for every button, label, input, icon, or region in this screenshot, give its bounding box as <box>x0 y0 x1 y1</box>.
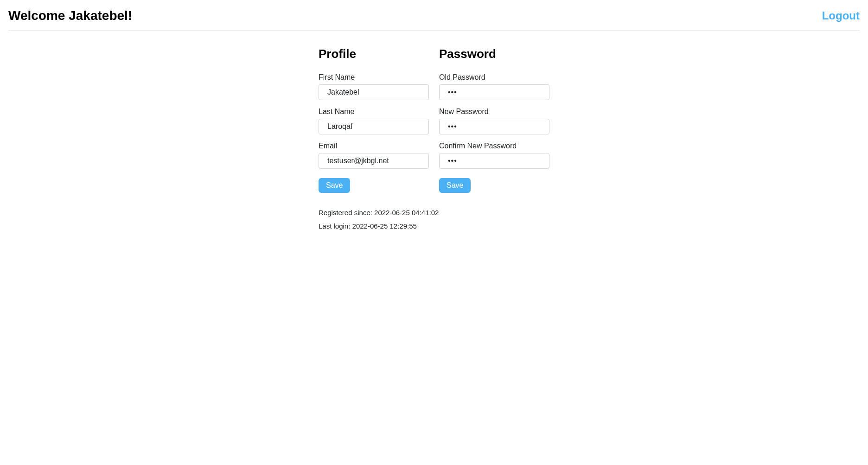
last-name-label: Last Name <box>319 108 429 116</box>
old-password-input[interactable] <box>439 84 549 100</box>
confirm-password-input[interactable] <box>439 153 549 169</box>
last-login-text: Last login: 2022-06-25 12:29:55 <box>319 222 549 230</box>
first-name-label: First Name <box>319 73 429 82</box>
email-input[interactable] <box>319 153 429 169</box>
profile-section: Profile First Name Last Name Email Save <box>319 47 429 193</box>
new-password-input[interactable] <box>439 119 549 134</box>
main-content: Profile First Name Last Name Email Save … <box>319 42 549 230</box>
email-label: Email <box>319 142 429 150</box>
registered-since-text: Registered since: 2022-06-25 04:41:02 <box>319 209 549 217</box>
confirm-password-label: Confirm New Password <box>439 142 549 150</box>
profile-save-button[interactable]: Save <box>319 178 350 193</box>
password-section: Password Old Password New Password Confi… <box>439 47 549 193</box>
password-save-button[interactable]: Save <box>439 178 471 193</box>
first-name-input[interactable] <box>319 84 429 100</box>
logout-link[interactable]: Logout <box>822 9 860 22</box>
new-password-label: New Password <box>439 108 549 116</box>
last-name-input[interactable] <box>319 119 429 134</box>
welcome-title: Welcome Jakatebel! <box>8 8 132 23</box>
old-password-label: Old Password <box>439 73 549 82</box>
profile-title: Profile <box>319 47 429 61</box>
password-title: Password <box>439 47 549 61</box>
meta-block: Registered since: 2022-06-25 04:41:02 La… <box>319 209 549 230</box>
page-header: Welcome Jakatebel! Logout <box>8 8 860 31</box>
